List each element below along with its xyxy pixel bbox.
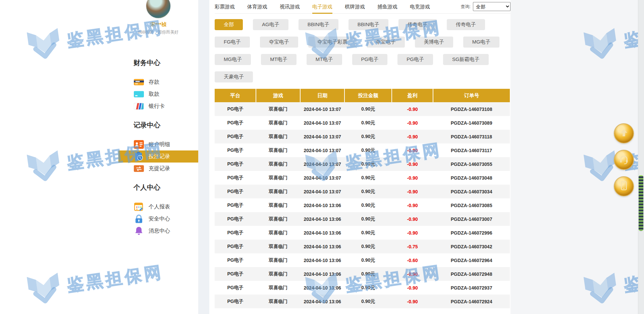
scrollbar-thumb[interactable] [639,175,643,231]
sidebar-item[interactable]: 投注记录 [118,150,198,163]
platform-cell: PG电子 [215,130,256,143]
sidebar-item[interactable]: 账户明细 [118,138,198,150]
order-no-cell: PGDZA-146072996 [433,226,510,240]
nav-tab[interactable]: 体育游戏 [247,4,267,13]
filter-row: 天豪电子 [215,71,511,82]
order-no-cell: PGDZA-146072937 [433,281,510,295]
platform-cell: PG电子 [215,295,256,308]
provider-filter-button[interactable]: 夺宝电子 [367,37,405,48]
order-no-cell: PGDZA-146073089 [433,116,510,130]
provider-filter-button[interactable]: SG新霸电子 [443,54,489,65]
table-header-cell: 游戏 [256,89,300,102]
provider-filter-button[interactable]: 美博电子 [415,37,453,48]
sidebar-item-label: 账户明细 [149,141,170,148]
platform-cell: PG电子 [215,198,256,212]
account-detail-icon [133,140,144,149]
provider-filter-button[interactable]: MG电子 [215,54,251,65]
sidebar-item[interactable]: 消息中心 [118,225,198,237]
profit-cell: -0.90 [392,185,433,198]
headset-float-button[interactable] [614,150,634,170]
sidebar-item[interactable]: 充提记录 [118,163,198,175]
game-cell: 双喜临门 [256,157,300,171]
username: 宋***祯 [118,21,198,28]
sidebar-item-label: 存款 [149,79,159,86]
sidebar-item-label: 银行卡 [149,103,165,110]
provider-filter-button[interactable]: MT电子 [307,54,342,65]
profit-cell: -0.90 [392,281,433,295]
personal-report-icon [133,202,144,211]
bet-amount-cell: 0.90元 [344,198,392,212]
sidebar-item-label: 消息中心 [149,228,170,235]
watermark-shield-logo-icon [23,147,65,185]
provider-filter-button[interactable]: 传奇电子 [398,19,437,30]
table-header-cell: 投注金额 [344,89,392,102]
profit-cell: -0.60 [392,253,433,267]
order-no-cell: PGDZA-146073117 [433,143,510,157]
nav-tab[interactable]: 棋牌游戏 [345,4,365,13]
main-content: 彩票游戏体育游戏视讯游戏电子游戏棋牌游戏捕鱼游戏电竞游戏 查询: 全部 全部AG… [209,0,511,314]
profit-cell: -0.90 [392,171,433,185]
scrollbar-track[interactable] [638,0,644,314]
game-cell: 双喜临门 [256,240,300,253]
game-cell: 双喜临门 [256,253,300,267]
game-cell: 双喜临门 [256,130,300,143]
platform-cell: PG电子 [215,253,256,267]
table-header-cell: 盈利 [392,89,433,102]
sidebar-section-list: 个人报表安全中心消息中心 [118,201,198,237]
provider-filter-button[interactable]: 天豪电子 [215,71,253,82]
date-cell: 2024-04-10 13:06 [300,281,344,295]
sidebar-item[interactable]: 取款 [118,88,198,100]
user-profile: 宋***祯 888棋牌，因你而美好 [118,0,198,35]
bet-amount-cell: 0.90元 [344,295,392,308]
bet-amount-cell: 0.90元 [344,102,392,116]
provider-filter-button[interactable]: FG电子 [215,37,250,48]
provider-filter-button[interactable]: PG电子 [352,54,388,65]
bet-amount-cell: 0.90元 [344,281,392,295]
table-header-cell: 平台 [215,89,256,102]
profit-cell: -0.90 [392,116,433,130]
bet-records-table: 平台游戏日期投注金额盈利订单号 PG电子双喜临门2024-04-10 13:07… [215,89,510,308]
sidebar-divider [198,0,209,314]
sidebar: 宋***祯 888棋牌，因你而美好 财务中心存款取款银行卡记录中心账户明细投注记… [118,0,198,314]
table-row: PG电子双喜临门2024-04-10 13:070.90元-0.90PGDZA-… [215,143,510,157]
sidebar-item[interactable]: 银行卡 [118,100,198,112]
date-cell: 2024-04-10 13:07 [300,130,344,143]
platform-cell: PG电子 [215,281,256,295]
order-no-cell: PGDZA-146073108 [433,102,510,116]
bet-record-icon [133,152,144,161]
table-row: PG电子双喜临门2024-04-10 13:060.90元-0.90PGDZA-… [215,226,510,240]
provider-filter-button[interactable]: 夺宝电子 [260,37,298,48]
provider-filter-button[interactable]: BBIN电子 [299,19,338,30]
bet-amount-cell: 0.90元 [344,226,392,240]
provider-filter-button[interactable]: BBIN电子 [348,19,388,30]
table-row: PG电子双喜临门2024-04-10 13:070.90元-0.90PGDZA-… [215,116,510,130]
phone-float-button[interactable] [614,176,634,196]
arrow-up-float-button[interactable] [614,123,634,143]
sidebar-item[interactable]: 个人报表 [118,201,198,213]
bet-amount-cell: 0.90元 [344,253,392,267]
game-cell: 双喜临门 [256,295,300,308]
provider-filter-button[interactable]: 传奇电子 [447,19,485,30]
nav-tab[interactable]: 彩票游戏 [215,4,235,13]
provider-filter-button[interactable]: 全部 [215,19,243,30]
user-slogan: 888棋牌，因你而美好 [118,29,198,35]
provider-filter-button[interactable]: MG电子 [463,37,499,48]
sidebar-item[interactable]: 存款 [118,76,198,88]
query-select[interactable]: 全部 [473,2,511,11]
provider-filter-button[interactable]: PG电子 [397,54,433,65]
sidebar-item-label: 安全中心 [149,215,170,223]
nav-tab[interactable]: 捕鱼游戏 [377,4,397,13]
order-no-cell: PGDZA-146073118 [433,130,510,143]
nav-tab[interactable]: 电竞游戏 [410,4,430,13]
profit-cell: -0.90 [392,226,433,240]
sidebar-item[interactable]: 安全中心 [118,213,198,225]
nav-tab[interactable]: 电子游戏 [312,4,332,14]
order-no-cell: PGDZA-146072948 [433,267,510,281]
game-cell: 双喜临门 [256,185,300,198]
nav-tab[interactable]: 视讯游戏 [280,4,300,13]
provider-filter-button[interactable]: 夺宝电子彩票 [308,37,357,48]
provider-filter-button[interactable]: AG电子 [253,19,288,30]
provider-filter-button[interactable]: MT电子 [261,54,297,65]
table-body: PG电子双喜临门2024-04-10 13:070.90元-0.90PGDZA-… [215,102,510,308]
nav-tabs: 彩票游戏体育游戏视讯游戏电子游戏棋牌游戏捕鱼游戏电竞游戏 [215,4,430,13]
